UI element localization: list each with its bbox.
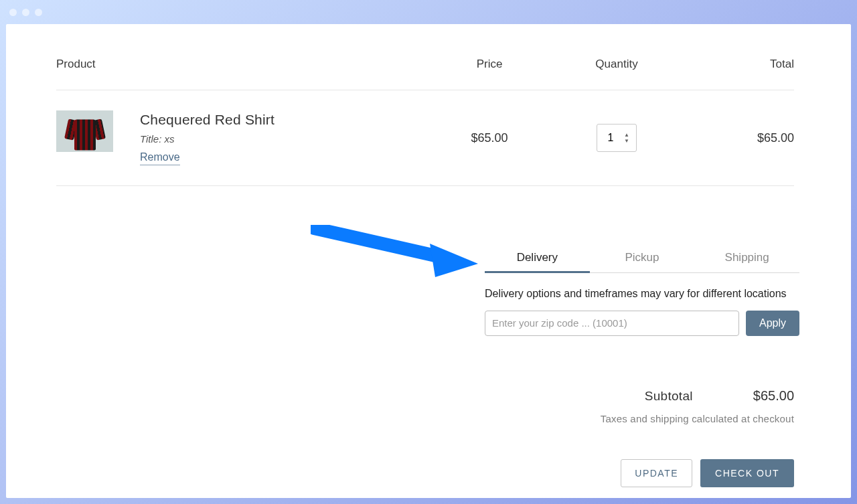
cart-row: Chequered Red Shirt Title: xs Remove $65… [56,90,794,186]
chevron-up-icon[interactable]: ▲ [624,133,633,138]
tab-shipping[interactable]: Shipping [694,243,799,272]
tab-pickup[interactable]: Pickup [590,243,695,272]
tax-note: Taxes and shipping calculated at checkou… [56,413,794,424]
item-price: $65.00 [433,131,546,145]
zip-input[interactable] [485,311,739,336]
column-product: Product [56,58,433,71]
product-title: Chequered Red Shirt [140,112,275,128]
window-dot [35,9,42,16]
fulfillment-tabs: Delivery Pickup Shipping [485,243,799,273]
browser-window: Product Price Quantity Total [0,0,857,504]
checkout-button[interactable]: CHECK OUT [700,459,794,487]
update-button[interactable]: UPDATE [621,459,692,487]
cart-totals: Subtotal $65.00 Taxes and shipping calcu… [56,388,794,487]
subtotal-label: Subtotal [645,389,693,404]
cart-page: Product Price Quantity Total [6,24,851,498]
window-titlebar [0,0,857,24]
column-total: Total [687,58,794,71]
remove-link[interactable]: Remove [140,151,180,165]
cart-product-cell: Chequered Red Shirt Title: xs Remove [56,110,433,165]
tab-delivery[interactable]: Delivery [485,243,590,272]
window-dot [22,9,29,16]
subtotal-value: $65.00 [753,388,794,404]
quantity-stepper[interactable]: ▲ ▼ [624,124,633,152]
column-price: Price [433,58,546,71]
delivery-note: Delivery options and timeframes may vary… [485,286,799,301]
apply-button[interactable]: Apply [746,311,799,336]
window-dot [9,9,17,16]
fulfillment-section: Delivery Pickup Shipping Delivery option… [485,243,799,336]
product-variant: Title: xs [140,133,275,145]
cart-table-header: Product Price Quantity Total [56,58,794,90]
shirt-icon [68,116,102,151]
chevron-down-icon[interactable]: ▼ [624,139,633,144]
item-line-total: $65.00 [687,131,794,145]
column-quantity: Quantity [546,58,687,71]
product-thumbnail[interactable] [56,110,113,152]
